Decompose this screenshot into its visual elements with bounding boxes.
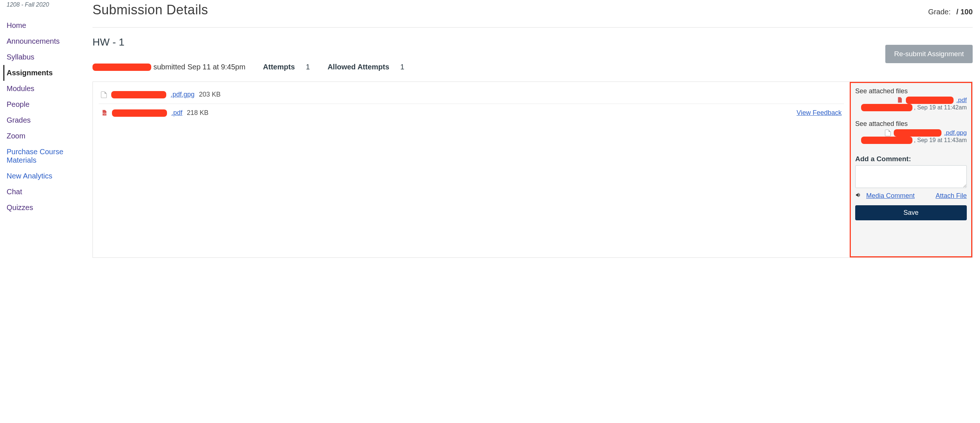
- pdf-icon: PDF: [101, 109, 108, 117]
- redacted-attachment-name: [906, 97, 954, 104]
- save-comment-button[interactable]: Save: [855, 205, 967, 220]
- allowed-value: 1: [401, 63, 404, 71]
- nav-quizzes[interactable]: Quizzes: [5, 200, 85, 215]
- submission-body: .pdf.gpg 203 KB PDF .pdf 218 KB View Fee…: [92, 81, 973, 258]
- comment-attachment-link[interactable]: .pdf.gpg: [944, 129, 967, 137]
- allowed-label: Allowed Attempts: [328, 63, 389, 71]
- assignment-meta: HW - 1 submitted Sep 11 at 9:45pm Attemp…: [92, 36, 973, 71]
- file-icon: [101, 91, 107, 98]
- submitted-at: Sep 11 at 9:45pm: [188, 63, 245, 71]
- comment-text: See attached files: [855, 120, 967, 128]
- comment-actions: Media Comment Attach File: [855, 192, 967, 200]
- file-row: .pdf.gpg 203 KB: [99, 86, 844, 104]
- nav-materials[interactable]: Purchase Course Materials: [5, 144, 85, 168]
- page-title: Submission Details: [92, 2, 208, 18]
- comment-attachment-link[interactable]: .pdf: [956, 97, 967, 104]
- view-feedback-link[interactable]: View Feedback: [797, 109, 842, 117]
- comment-timestamp: , Sep 19 at 11:42am: [914, 104, 967, 111]
- submitted-prefix: submitted: [153, 63, 185, 71]
- nav-announcements[interactable]: Announcements: [5, 34, 85, 49]
- nav-people[interactable]: People: [5, 97, 85, 112]
- resubmit-button[interactable]: Re-submit Assignment: [885, 45, 973, 63]
- files-pane: .pdf.gpg 203 KB PDF .pdf 218 KB View Fee…: [93, 82, 850, 257]
- file-link[interactable]: .pdf.gpg: [171, 91, 194, 98]
- pdf-icon: [896, 97, 903, 104]
- svg-text:PDF: PDF: [102, 112, 107, 115]
- comment-block: See attached files .pdf.gpg , Sep 19 at …: [855, 120, 967, 144]
- nav-modules[interactable]: Modules: [5, 81, 85, 97]
- file-icon: [885, 129, 891, 136]
- grade-display: Grade: / 100: [928, 8, 973, 16]
- allowed-attempts-block: Allowed Attempts 1: [328, 63, 404, 71]
- redacted-commenter-name: [861, 137, 912, 144]
- comment-block: See attached files .pdf , Sep 19 at 11:4…: [855, 88, 967, 111]
- grade-out-of: / 100: [956, 8, 973, 16]
- course-nav: Home Announcements Syllabus Assignments …: [6, 18, 85, 215]
- media-comment-link[interactable]: Media Comment: [866, 192, 915, 200]
- course-sidebar: 1208 - Fall 2020 Home Announcements Syll…: [0, 0, 85, 258]
- assignment-name: HW - 1: [92, 36, 124, 48]
- redacted-submitter-name: [92, 64, 151, 71]
- grade-label: Grade:: [928, 8, 951, 16]
- nav-zoom[interactable]: Zoom: [5, 128, 85, 144]
- comment-textarea[interactable]: [855, 165, 967, 188]
- file-size: 203 KB: [199, 91, 221, 98]
- attempts-value: 1: [306, 63, 310, 71]
- nav-syllabus[interactable]: Syllabus: [5, 49, 85, 65]
- nav-chat[interactable]: Chat: [5, 184, 85, 200]
- nav-home[interactable]: Home: [5, 18, 85, 34]
- attempts-block: Attempts 1: [263, 63, 310, 71]
- file-row: PDF .pdf 218 KB View Feedback: [99, 104, 844, 122]
- file-link[interactable]: .pdf: [172, 109, 183, 117]
- redacted-attachment-name: [894, 129, 942, 137]
- redacted-filename: [111, 91, 166, 98]
- nav-grades[interactable]: Grades: [5, 112, 85, 128]
- add-comment-label: Add a Comment:: [855, 155, 967, 163]
- attempts-label: Attempts: [263, 63, 295, 71]
- submitted-line: submitted Sep 11 at 9:45pm: [92, 63, 245, 71]
- comment-text: See attached files: [855, 88, 967, 95]
- course-code: 1208 - Fall 2020: [6, 2, 85, 8]
- nav-assignments[interactable]: Assignments: [3, 65, 85, 81]
- file-size: 218 KB: [187, 109, 208, 117]
- speaker-icon: [855, 192, 862, 200]
- redacted-commenter-name: [861, 104, 912, 111]
- attach-file-link[interactable]: Attach File: [935, 192, 967, 200]
- nav-analytics[interactable]: New Analytics: [5, 168, 85, 184]
- redacted-filename: [112, 109, 167, 117]
- comments-pane: See attached files .pdf , Sep 19 at 11:4…: [850, 82, 972, 257]
- page-header: Submission Details Grade: / 100: [92, 0, 973, 27]
- comment-timestamp: , Sep 19 at 11:43am: [914, 137, 967, 144]
- main-content: Submission Details Grade: / 100 HW - 1 s…: [85, 0, 980, 258]
